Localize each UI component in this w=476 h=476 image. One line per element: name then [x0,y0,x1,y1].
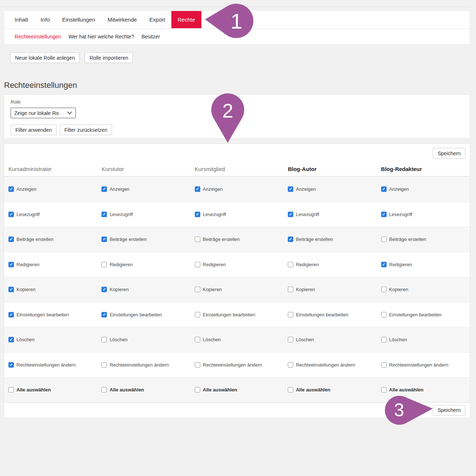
permission-label[interactable]: Rechteeinstellungen ändern [203,362,262,368]
permission-label[interactable]: Redigieren [16,262,40,267]
permission-label[interactable]: Lesezugriff [109,212,133,217]
checkbox-kursmitglied-redigieren[interactable] [195,262,200,267]
checkbox-kursadministrator-einstellungen-bearbeiten[interactable]: ✓ [8,312,14,317]
permission-label[interactable]: Redigieren [109,262,133,267]
checkbox-kurstutor-kopieren[interactable]: ✓ [101,287,107,292]
permission-label[interactable]: Beiträge erstellen [16,237,53,242]
checkbox-kurstutor-beitr-ge-erstellen[interactable]: ✓ [101,237,107,242]
checkbox-blog-autor-lesezugriff[interactable]: ✓ [288,212,293,217]
permission-label[interactable]: Anzeigen [109,186,129,192]
save-button-top[interactable]: Speichern [433,148,465,159]
checkbox-kursadministrator-lesezugriff[interactable]: ✓ [8,212,14,217]
checkbox-kursmitglied-l-schen[interactable] [195,337,200,342]
checkbox-kursadministrator-kopieren[interactable]: ✓ [8,287,14,292]
permission-label[interactable]: Lesezugriff [16,212,40,217]
permission-label[interactable]: Einstellungen bearbeiten [109,312,162,317]
checkbox-kursmitglied-anzeigen[interactable]: ✓ [195,186,200,192]
permission-label[interactable]: Einstellungen bearbeiten [296,312,348,317]
checkbox-kursmitglied-alle-ausw-hlen[interactable] [195,387,200,393]
checkbox-blog-autor-beitr-ge-erstellen[interactable]: ✓ [288,237,293,242]
checkbox-blog-redakteur-anzeigen[interactable]: ✓ [381,186,387,192]
permission-label[interactable]: Beiträge erstellen [389,237,426,242]
subnav-item-besitzer[interactable]: Besitzer [138,34,164,40]
permission-label[interactable]: Rechteeinstellungen ändern [16,362,76,368]
checkbox-kursadministrator-beitr-ge-erstellen[interactable]: ✓ [8,237,14,242]
tab-export[interactable]: Export [143,11,171,28]
permission-label[interactable]: Lesezugriff [389,212,412,217]
permission-label[interactable]: Alle auswählen [16,387,51,393]
role-filter-select[interactable]: Zeige nur lokale Ro [11,108,76,118]
checkbox-blog-redakteur-rechteeinstellungen-ndern[interactable] [381,362,387,368]
checkbox-blog-autor-einstellungen-bearbeiten[interactable] [288,312,293,317]
permission-label[interactable]: Alle auswählen [203,387,237,393]
checkbox-kursadministrator-anzeigen[interactable]: ✓ [8,186,14,192]
permission-label[interactable]: Löschen [389,337,407,342]
filter-reset-button[interactable]: Filter zurücksetzen [60,124,112,135]
permission-label[interactable]: Löschen [296,337,314,342]
tab-inhalt[interactable]: Inhalt [8,11,34,28]
permission-label[interactable]: Einstellungen bearbeiten [16,312,69,317]
tab-mitwirkende[interactable]: Mitwirkende [101,11,143,28]
checkbox-kursadministrator-l-schen[interactable]: ✓ [8,337,14,342]
permission-label[interactable]: Anzeigen [296,186,316,192]
checkbox-blog-autor-kopieren[interactable] [288,287,293,292]
permission-label[interactable]: Redigieren [203,262,226,267]
checkbox-blog-autor-l-schen[interactable] [288,337,293,342]
checkbox-kurstutor-l-schen[interactable] [101,337,107,342]
permission-label[interactable]: Einstellungen bearbeiten [389,312,442,317]
permission-label[interactable]: Rechteeinstellungen ändern [296,362,355,368]
permission-label[interactable]: Kopieren [389,287,408,292]
checkbox-blog-redakteur-einstellungen-bearbeiten[interactable] [381,312,387,317]
checkbox-kursadministrator-rechteeinstellungen-ndern[interactable]: ✓ [8,362,14,368]
checkbox-kurstutor-alle-ausw-hlen[interactable] [101,387,107,393]
permission-label[interactable]: Alle auswählen [296,387,330,393]
checkbox-kursadministrator-alle-ausw-hlen[interactable] [8,387,14,393]
checkbox-blog-autor-rechteeinstellungen-ndern[interactable] [288,362,293,368]
new-local-role-button[interactable]: Neue lokale Rolle anlegen [10,52,79,63]
checkbox-kurstutor-lesezugriff[interactable]: ✓ [101,212,107,217]
permission-label[interactable]: Lesezugriff [203,212,226,217]
permission-label[interactable]: Anzeigen [389,186,409,192]
tab-info[interactable]: Info [34,11,56,28]
permission-label[interactable]: Beiträge erstellen [109,237,146,242]
checkbox-kurstutor-rechteeinstellungen-ndern[interactable] [101,362,107,368]
permission-label[interactable]: Kopieren [203,287,222,292]
permission-label[interactable]: Alle auswählen [389,387,424,393]
permission-label[interactable]: Beiträge erstellen [296,237,333,242]
checkbox-blog-redakteur-l-schen[interactable] [381,337,387,342]
subnav-item-wer-hat-hier-welche-rechte[interactable]: Wer hat hier welche Rechte? [65,34,138,40]
permission-label[interactable]: Redigieren [389,262,412,267]
checkbox-kursadministrator-redigieren[interactable]: ✓ [8,262,14,267]
checkbox-kursmitglied-beitr-ge-erstellen[interactable] [195,237,200,242]
checkbox-kursmitglied-kopieren[interactable] [195,287,200,292]
tab-einstellungen[interactable]: Einstellungen [56,11,101,28]
checkbox-kursmitglied-lesezugriff[interactable]: ✓ [195,212,200,217]
checkbox-blog-redakteur-lesezugriff[interactable]: ✓ [381,212,387,217]
permission-label[interactable]: Rechteeinstellungen ändern [389,362,449,368]
permission-label[interactable]: Anzeigen [203,186,223,192]
checkbox-blog-autor-redigieren[interactable] [288,262,293,267]
checkbox-blog-redakteur-kopieren[interactable] [381,287,387,292]
permission-label[interactable]: Löschen [109,337,127,342]
permission-label[interactable]: Löschen [16,337,34,342]
permission-label[interactable]: Alle auswählen [109,387,144,393]
save-button-bottom[interactable]: Speichern [433,405,465,416]
checkbox-kurstutor-redigieren[interactable] [101,262,107,267]
checkbox-kursmitglied-rechteeinstellungen-ndern[interactable] [195,362,200,368]
checkbox-kursmitglied-einstellungen-bearbeiten[interactable] [195,312,200,317]
permission-label[interactable]: Lesezugriff [296,212,319,217]
permission-label[interactable]: Kopieren [109,287,129,292]
permission-label[interactable]: Löschen [203,337,221,342]
permission-label[interactable]: Anzeigen [16,186,36,192]
permission-label[interactable]: Redigieren [296,262,319,267]
checkbox-blog-autor-anzeigen[interactable]: ✓ [288,186,293,192]
filter-apply-button[interactable]: Filter anwenden [11,124,57,135]
permission-label[interactable]: Einstellungen bearbeiten [203,312,255,317]
import-role-button[interactable]: Rolle importieren [85,52,133,63]
checkbox-kurstutor-einstellungen-bearbeiten[interactable]: ✓ [101,312,107,317]
checkbox-blog-redakteur-alle-ausw-hlen[interactable] [381,387,387,393]
permission-label[interactable]: Kopieren [16,287,36,292]
permission-label[interactable]: Rechteeinstellungen ändern [109,362,169,368]
permission-label[interactable]: Kopieren [296,287,315,292]
permission-label[interactable]: Beiträge erstellen [203,237,240,242]
